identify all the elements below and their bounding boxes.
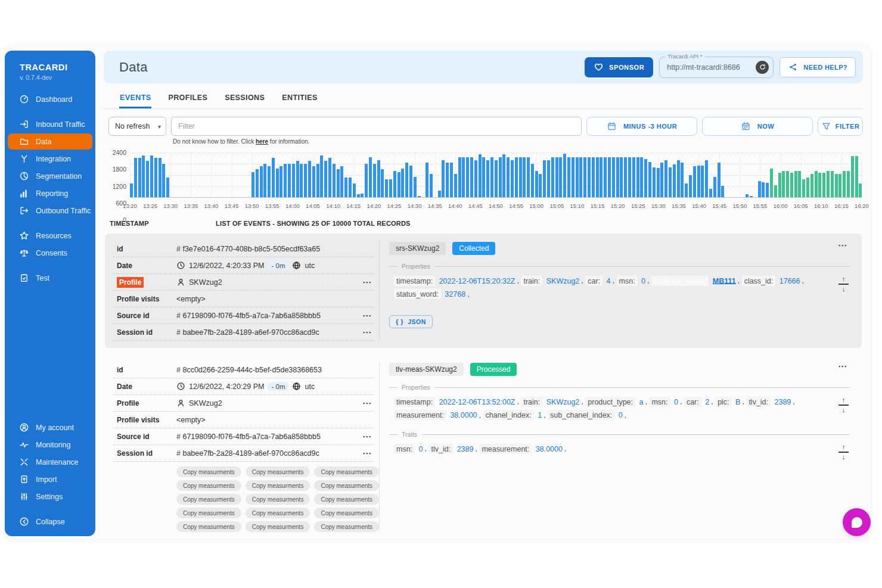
chart-bar [373,164,376,197]
chart-bar [555,157,558,197]
helper-here-link[interactable]: here [256,138,268,145]
copy-measurement-chip[interactable]: Copy measurments [176,521,241,532]
copy-measurement-chip[interactable]: Copy measurments [176,480,241,491]
sidebar-item-import[interactable]: Import [8,471,92,487]
kv-key: status_word: [394,289,441,299]
need-help-button[interactable]: NEED HELP? [779,57,856,77]
sidebar-item-label: My account [36,424,74,432]
kv-key: train: [521,276,542,286]
row-label: Date [117,262,176,270]
sidebar-item-reporting[interactable]: Reporting [8,185,92,201]
clock-icon [176,382,185,391]
more-menu-icon[interactable]: ⋯ [360,449,374,458]
tab-profiles[interactable]: PROFILES [167,89,208,108]
sidebar-item-segmentation[interactable]: Segmentation [8,168,92,184]
chart-bar [705,160,708,198]
more-menu-icon[interactable]: ⋯ [836,241,850,250]
expand-icon[interactable]: ↑↓ [838,397,849,413]
chart-bar [527,157,530,197]
sponsor-button[interactable]: SPONSOR [585,57,653,77]
api-refresh-button[interactable] [756,61,769,74]
chart-bar [279,166,282,197]
chart-bar [559,157,562,197]
sidebar-item-consents[interactable]: Consents [8,245,92,261]
sidebar-item-test[interactable]: Test [8,270,92,286]
sidebar-item-collapse[interactable]: Collapse [8,514,92,530]
record-row: id# 8cc0d266-2259-444c-b5ef-d5de38368653 [113,362,374,378]
kv-value: SKWzug2 [545,397,582,407]
copy-measurement-chip[interactable]: Copy measurments [246,508,310,518]
chart-bar [142,155,145,197]
now-button[interactable]: NOW [702,117,813,136]
chart-bar [138,158,141,197]
copy-measurement-chip[interactable]: Copy measurments [314,494,379,505]
tab-entities[interactable]: ENTITIES [281,89,318,108]
more-menu-icon[interactable]: ⋯ [836,362,850,371]
refresh-select[interactable]: No refresh ▾ [108,117,166,136]
kv-key: car: [684,397,701,407]
x-axis-tick-label: 14:40 [448,203,462,209]
copy-measurement-chip[interactable]: Copy measurments [176,494,241,505]
sidebar-item-monitoring[interactable]: Monitoring [8,437,92,453]
copy-measurement-chip[interactable]: Copy measurments [314,480,379,491]
tracardi-api-input[interactable] [666,63,750,72]
filter-button[interactable]: FILTER [818,117,863,136]
x-axis-tick-label: 13:55 [265,203,279,209]
more-menu-icon[interactable]: ⋯ [360,328,374,337]
sidebar-item-resources[interactable]: Resources [8,228,92,244]
copy-measurement-chip[interactable]: Copy measurments [246,466,310,477]
tab-events[interactable]: EVENTS [119,89,151,108]
expand-icon[interactable]: ↑↓ [838,276,849,293]
sidebar-item-dashboard[interactable]: Dashboard [8,91,92,107]
chart-bar [458,157,461,197]
profile-visits: <empty> [176,295,206,303]
sidebar-item-label: Maintenance [36,458,79,466]
x-axis-tick-label: 14:50 [489,203,503,209]
minus-3-hour-button[interactable]: MINUS -3 HOUR [586,117,697,136]
sidebar-item-label: Reporting [36,189,68,198]
event-record-card: id# f3e7e016-4770-408b-b8c5-505ecdf63a65… [105,234,862,348]
page: TRACARDI v. 0.7.4-dev DashboardInbound T… [0,0,882,588]
chart-bar [697,166,700,197]
more-menu-icon[interactable]: ⋯ [360,278,374,287]
sidebar-item-label: Settings [36,493,63,501]
kv-comma: , [793,397,794,406]
more-menu-icon[interactable]: ⋯ [360,311,374,320]
copy-measurement-chip[interactable]: Copy measurments [176,466,241,477]
chart-bar [806,178,809,197]
sidebar-item-outbound-traffic[interactable]: Outbound Traffic [8,203,92,219]
copy-measurement-chip[interactable]: Copy measurments [314,508,379,518]
reporting-icon [19,188,29,198]
copy-measurement-chip[interactable]: Copy measurments [314,521,379,532]
status-badge: Collected [452,242,495,255]
more-menu-icon[interactable]: ⋯ [360,399,374,407]
tab-sessions[interactable]: SESSIONS [224,89,265,108]
row-value: # f3e7e016-4770-408b-b8c5-505ecdf63a65 [176,245,374,253]
json-button[interactable]: { }JSON [389,315,433,328]
sidebar-item-settings[interactable]: Settings [8,489,92,505]
sidebar-item-label: Consents [36,249,67,257]
copy-measurement-chip[interactable]: Copy measurments [176,508,241,518]
json-button-label: JSON [408,318,426,325]
expand-icon[interactable]: ↑↓ [838,444,849,461]
refresh-select-value: No refresh [115,122,150,130]
sidebar-item-integration[interactable]: Integration [8,151,92,167]
import-icon [19,474,29,484]
chart-bar [507,157,510,197]
sidebar-item-maintenance[interactable]: Maintenance [8,454,92,470]
collapse-icon [19,517,29,527]
kv-value[interactable]: MB111 [711,276,738,286]
chat-widget-button[interactable] [843,508,871,536]
row-value: # babee7fb-2a28-4189-a6ef-970cc86acd9c [176,449,360,458]
more-menu-icon[interactable]: ⋯ [360,432,374,441]
copy-measurement-chip[interactable]: Copy measurments [314,466,379,477]
sidebar-item-data[interactable]: Data [8,133,92,150]
copy-measurement-chip[interactable]: Copy measurments [246,521,310,532]
filter-input[interactable] [171,117,582,136]
sidebar-item-inbound-traffic[interactable]: Inbound Traffic [8,116,92,132]
sidebar-item-my-account[interactable]: My account [8,419,92,435]
timezone-label: utc [305,382,315,391]
copy-measurement-chip[interactable]: Copy measurments [246,494,310,505]
copy-measurement-chip[interactable]: Copy measurments [246,480,310,491]
filter-toolbar: No refresh ▾ Do not know how to filter. … [108,117,863,145]
